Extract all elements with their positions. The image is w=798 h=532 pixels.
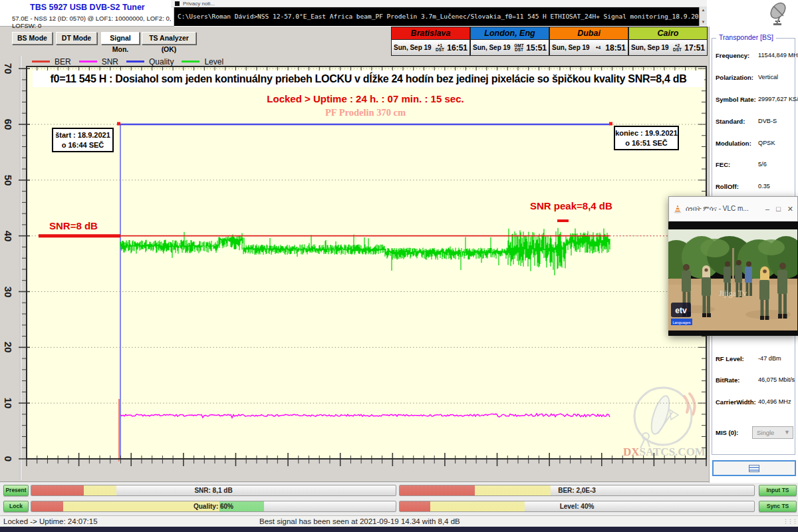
- tp-standard-value: DVB-S: [758, 118, 777, 124]
- resize-grip[interactable]: ⋮⋮⋮: [783, 518, 797, 525]
- watermark-satcs-text: SATCS.COM: [640, 446, 706, 458]
- clock-time: 17:51: [684, 43, 705, 53]
- clock-cairo: Cairo Sun, Sep 19 +2DST 17:51: [628, 27, 708, 56]
- tuner-header: TBS 5927 USB DVB-S2 Tuner 57.0E - NSS 12…: [0, 0, 174, 27]
- clock-date: Sun, Sep 19: [473, 44, 511, 51]
- maximize-icon[interactable]: □: [776, 205, 781, 213]
- tp-fec-value: 5/6: [758, 161, 767, 168]
- clock-city-label: Dubai: [550, 27, 628, 40]
- close-icon[interactable]: ✕: [787, 205, 793, 213]
- tp-symbolrate-label: Symbol Rate:: [716, 96, 756, 103]
- vlc-window[interactable]: ሰንበት ምሳና - VLC m... – □ ✕: [668, 196, 798, 336]
- level-legend-swatch: [182, 61, 200, 63]
- background-window-title: Privacy noti...: [183, 1, 215, 7]
- clock-date: Sun, Sep 19: [631, 44, 669, 51]
- command-prompt-window[interactable]: C:\Users\Roman Dávid>NSS 12-57.0°E_East …: [174, 7, 707, 26]
- clock-dubai: Dubai Sun, Sep 19 +4 18:51: [549, 27, 628, 56]
- clock-date: Sun, Sep 19: [394, 44, 432, 51]
- background-window-titlebar[interactable]: Privacy noti...: [171, 0, 707, 7]
- tp-symbolrate-value: 29997,627 KS/s: [758, 96, 798, 102]
- snr-meter-label: SNR: 8,1 dB: [31, 485, 396, 496]
- channel-watermark: Jijiga Tv: [719, 289, 747, 298]
- dxsatcs-watermark: DXSATCS.COM: [620, 386, 708, 460]
- level-meter: Level: 40%: [399, 501, 755, 512]
- chart-legend: BER SNR Quality Level: [24, 57, 706, 66]
- lock-end-line1: koniec : 19.9.2021: [615, 128, 678, 138]
- quality-meter: Quality: 60%: [31, 501, 396, 512]
- clock-dst: DST: [512, 48, 527, 52]
- background-window-icon: [175, 1, 180, 6]
- y-axis-label: 40: [5, 226, 14, 246]
- panel-groove: [20, 56, 21, 480]
- y-axis-label: 0: [5, 449, 14, 469]
- vlc-window-title: ሰንበት ምሳና - VLC m...: [686, 205, 759, 213]
- tp-rolloff-label: RollOff:: [716, 183, 739, 190]
- etv-logo-text: etv: [675, 306, 687, 315]
- scroll-down-icon[interactable]: ▼: [700, 19, 707, 25]
- y-axis-label: 60: [5, 114, 14, 134]
- tuner-subtitle: 57.0E - NSS 12 (ID: 0570) @ LOF1: 100000…: [12, 15, 174, 29]
- command-prompt-scrollbar[interactable]: ▲ ▼: [699, 7, 707, 26]
- quality-meter-label: Quality: 60%: [31, 501, 396, 512]
- tp-carrierwidth-label: CarrierWidth:: [716, 398, 756, 406]
- tp-carrierwidth-value: 40,496 MHz: [758, 398, 791, 405]
- etv-logo: etv Languages: [671, 303, 692, 325]
- clock-time: 16:51: [447, 43, 467, 53]
- vlc-titlebar[interactable]: ሰንበት ምሳና - VLC m... – □ ✕: [668, 196, 798, 221]
- level-legend-label: Level: [204, 57, 223, 66]
- satellite-dish-desktop-icon[interactable]: [763, 1, 793, 27]
- watermark-dx-text: DX: [623, 446, 640, 458]
- scroll-up-icon[interactable]: ▲: [700, 7, 707, 13]
- tp-standard-label: Standard:: [716, 118, 745, 125]
- ts-list-button[interactable]: [712, 460, 796, 476]
- y-axis-label: 30: [5, 282, 14, 302]
- ts-analyzer-button[interactable]: TS Analyzer (OK): [142, 32, 196, 45]
- tp-fec-label: FEC:: [716, 161, 730, 168]
- present-indicator[interactable]: Present: [3, 485, 29, 496]
- etv-logo-subtext: Languages: [672, 321, 690, 325]
- best-signal-status-text: Best signal has been seen at 2021-09-19 …: [259, 517, 460, 525]
- level-meter-label: Level: 40%: [400, 501, 754, 512]
- tp-modulation-label: Modulation:: [716, 140, 751, 147]
- clock-dst: DST: [670, 48, 685, 52]
- tp-rflevel-value: -47 dBm: [758, 355, 781, 362]
- tp-rflevel-label: RF Level:: [716, 355, 744, 362]
- vlc-video-scene: Jijiga Tv etv Languages: [668, 229, 797, 331]
- clock-offset: +4: [591, 46, 606, 50]
- chevron-down-icon: ▼: [784, 427, 790, 438]
- tp-frequency-label: Frequency:: [716, 52, 749, 59]
- clock-city-label: Cairo: [629, 27, 707, 40]
- uptime-status-text: Locked -> Uptime: 24:07:15: [3, 517, 98, 525]
- tp-bitrate-label: BitRate:: [716, 376, 739, 384]
- vlc-video-area[interactable]: Jijiga Tv etv Languages: [668, 221, 798, 336]
- tp-polarization-value: Vertical: [758, 74, 778, 80]
- clock-time: 18:51: [605, 43, 626, 53]
- mis-dropdown[interactable]: Single ▼: [752, 426, 793, 439]
- signal-mon-tab[interactable]: Signal Mon.: [101, 32, 140, 45]
- chart-plot-area: [27, 66, 706, 459]
- chart-title: f0=11 545 H : Dosiahol som jeden kontinu…: [33, 70, 704, 87]
- lock-start-line1: štart : 18.9.2021: [53, 130, 112, 140]
- sync-ts-button[interactable]: Sync TS: [759, 501, 797, 512]
- snr-peak-label: SNR peak=8,4 dB: [530, 200, 612, 211]
- clock-bratislava: Bratislava Sun, Sep 19 +1DST 16:51: [391, 27, 470, 56]
- clock-london: London, Eng Sun, Sep 19 GMTDST 15:51: [470, 27, 549, 56]
- lock-indicator[interactable]: Lock: [3, 501, 29, 512]
- ber-legend-label: BER: [55, 57, 71, 66]
- snr-meter: SNR: 8,1 dB: [31, 485, 396, 496]
- bs-mode-button[interactable]: BS Mode: [12, 32, 53, 45]
- status-bar: Locked -> Uptime: 24:07:15 Best signal h…: [0, 515, 798, 527]
- tp-frequency-value: 11544,849 MHz: [758, 52, 798, 59]
- tp-rolloff-value: 0.35: [758, 183, 770, 190]
- ber-meter-label: BER: 2,0E-3: [400, 485, 754, 496]
- y-axis-label: 70: [5, 59, 14, 78]
- ber-meter: BER: 2,0E-3: [399, 485, 755, 496]
- snr-legend-label: SNR: [102, 57, 118, 66]
- input-ts-button[interactable]: Input TS: [759, 485, 797, 496]
- transponder-title: Transponder [BS]: [716, 33, 776, 41]
- svg-text:DXSATCS.COM: DXSATCS.COM: [623, 446, 706, 458]
- quality-legend-label: Quality: [149, 57, 174, 66]
- minimize-icon[interactable]: –: [765, 205, 769, 213]
- vlc-cone-icon: [673, 204, 682, 213]
- dt-mode-button[interactable]: DT Mode: [56, 32, 97, 45]
